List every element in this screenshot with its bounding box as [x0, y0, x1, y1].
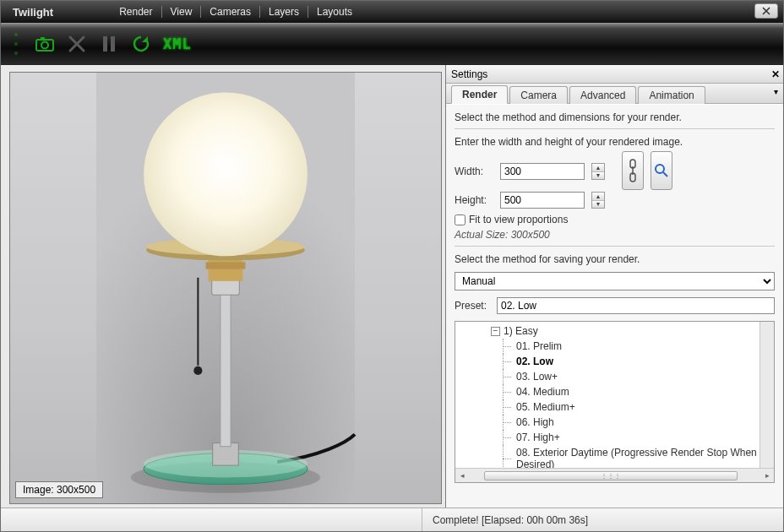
- svg-point-23: [656, 165, 664, 173]
- svg-rect-2: [41, 37, 45, 40]
- settings-titlebar: Settings ✕: [446, 65, 783, 84]
- render-method-hint: Select the method and dimensions for you…: [455, 111, 775, 123]
- tree-item[interactable]: 02. Low: [460, 354, 770, 369]
- rendered-lamp-image: [10, 73, 441, 503]
- height-input[interactable]: [500, 192, 585, 209]
- magnifier-icon: [654, 163, 669, 178]
- svg-point-19: [193, 366, 202, 375]
- width-label: Width:: [455, 166, 493, 177]
- pause-button[interactable]: [99, 34, 119, 54]
- tree-item[interactable]: 01. Prelim: [460, 339, 770, 354]
- spinner-down-icon[interactable]: ▼: [592, 201, 604, 209]
- tree-root[interactable]: − 1) Easy: [460, 325, 770, 337]
- menu-items: Render View Cameras Layers Layouts: [111, 6, 361, 18]
- preset-row: Preset:: [455, 297, 775, 314]
- menu-bar: Twilight Render View Cameras Layers Layo…: [1, 1, 783, 23]
- tree-item[interactable]: 04. Medium: [460, 384, 770, 399]
- tree-root-label: 1) Easy: [504, 325, 538, 337]
- spinner-down-icon[interactable]: ▼: [592, 172, 604, 180]
- menu-render[interactable]: Render: [111, 6, 161, 18]
- tree-collapse-icon[interactable]: −: [491, 327, 500, 336]
- camera-icon: [35, 34, 55, 54]
- settings-panel: Settings ✕ Render Camera Advanced Animat…: [445, 65, 783, 508]
- tree-item[interactable]: 06. High: [460, 415, 770, 430]
- svg-rect-11: [220, 288, 231, 447]
- spinner-up-icon[interactable]: ▲: [592, 193, 604, 201]
- width-input[interactable]: [500, 163, 585, 180]
- cancel-icon: [67, 34, 87, 54]
- svg-line-24: [663, 172, 667, 176]
- tree-horizontal-scrollbar[interactable]: ◂ ⋮⋮⋮ ▸: [455, 468, 774, 482]
- tab-camera[interactable]: Camera: [509, 86, 568, 104]
- width-row: Width: ▲▼: [455, 153, 775, 190]
- link-icon: [628, 159, 638, 182]
- tree-item[interactable]: 05. Medium+: [460, 399, 770, 415]
- divider: [455, 246, 775, 247]
- viewport-wrap: Image: 300x500: [1, 65, 445, 508]
- window-close-button[interactable]: [754, 3, 778, 19]
- close-icon: [762, 7, 770, 15]
- save-method-row: Manual: [455, 272, 775, 290]
- tabs-overflow-icon[interactable]: ▾: [774, 87, 778, 96]
- image-size-badge: Image: 300x500: [15, 481, 103, 498]
- tab-advanced[interactable]: Advanced: [569, 86, 636, 104]
- refresh-button[interactable]: [131, 34, 151, 54]
- preset-tree[interactable]: − 1) Easy 01. Prelim 02. Low 03. Low+ 04…: [455, 321, 775, 483]
- main-area: Image: 300x500 Settings ✕ Render Camera …: [1, 65, 783, 508]
- height-row: Height: ▲▼: [455, 192, 775, 209]
- save-method-select[interactable]: Manual: [455, 272, 775, 290]
- settings-tabs: Render Camera Advanced Animation ▾: [446, 84, 783, 104]
- tree-vertical-scrollbar[interactable]: [760, 322, 774, 468]
- svg-rect-14: [206, 262, 246, 269]
- scrollbar-thumb[interactable]: ⋮⋮⋮: [484, 471, 738, 480]
- cancel-button[interactable]: [67, 34, 87, 54]
- spinner-up-icon[interactable]: ▲: [592, 164, 604, 172]
- toolbar: XML: [1, 23, 783, 65]
- settings-close-button[interactable]: ✕: [771, 68, 780, 80]
- preset-input[interactable]: [497, 297, 775, 314]
- link-dimensions-button[interactable]: [622, 151, 644, 190]
- settings-title-text: Settings: [451, 68, 487, 80]
- divider: [455, 128, 775, 129]
- svg-point-17: [144, 92, 308, 256]
- render-viewport[interactable]: Image: 300x500: [9, 72, 442, 504]
- actual-size-label: Actual Size: 300x500: [455, 229, 775, 241]
- app-title: Twilight: [6, 6, 60, 19]
- pause-icon: [99, 34, 119, 54]
- refresh-icon: [131, 34, 151, 54]
- fit-proportions-label: Fit to view proportions: [469, 214, 568, 225]
- toolbar-grip: [14, 30, 19, 58]
- height-label: Height:: [455, 194, 493, 206]
- svg-point-1: [41, 42, 48, 49]
- tab-animation[interactable]: Animation: [638, 86, 705, 104]
- status-text: Complete! [Elapsed: 00h 00m 36s]: [422, 508, 598, 531]
- menu-layouts[interactable]: Layouts: [308, 6, 361, 18]
- settings-body: Select the method and dimensions for you…: [446, 104, 783, 508]
- dimensions-hint: Enter the width and height of your rende…: [455, 136, 775, 148]
- menu-layers[interactable]: Layers: [260, 6, 308, 18]
- xml-button[interactable]: XML: [163, 35, 192, 52]
- status-bar: Complete! [Elapsed: 00h 00m 36s]: [1, 508, 783, 531]
- save-method-hint: Select the method for saving your render…: [455, 253, 775, 265]
- width-spinner[interactable]: ▲▼: [591, 163, 605, 180]
- render-button[interactable]: [35, 34, 55, 54]
- tree-item[interactable]: 07. High+: [460, 430, 770, 445]
- menu-view[interactable]: View: [162, 6, 202, 18]
- fit-proportions-row: Fit to view proportions: [455, 214, 775, 225]
- svg-rect-12: [212, 280, 240, 295]
- preset-label: Preset:: [455, 300, 492, 312]
- fit-proportions-checkbox[interactable]: [455, 214, 466, 225]
- tab-render[interactable]: Render: [451, 85, 508, 104]
- fit-view-button[interactable]: [651, 151, 672, 190]
- height-spinner[interactable]: ▲▼: [591, 192, 605, 209]
- svg-rect-4: [111, 36, 115, 52]
- menu-cameras[interactable]: Cameras: [201, 6, 260, 18]
- svg-rect-3: [103, 36, 107, 52]
- tree-item[interactable]: 03. Low+: [460, 369, 770, 384]
